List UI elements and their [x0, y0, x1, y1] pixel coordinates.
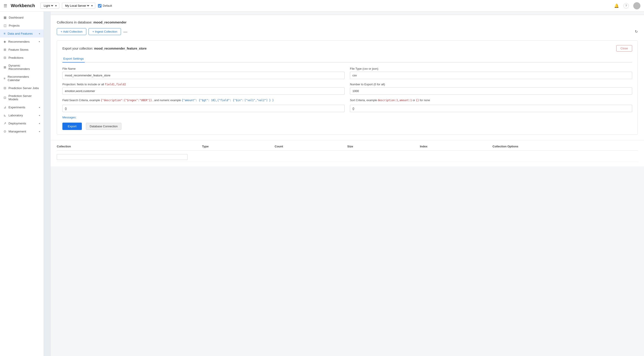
- table-cell-count: [274, 154, 347, 160]
- table-header-type: Type: [202, 145, 275, 148]
- collection-search-input[interactable]: [57, 154, 188, 160]
- app-title: Workbench: [11, 3, 35, 8]
- sort-code2: {}: [416, 99, 419, 102]
- sort-code: description:1,amount:1: [378, 99, 412, 102]
- theme-select-input[interactable]: Light: [43, 4, 54, 7]
- sidebar-label-laboratory: Laboratory: [8, 114, 23, 117]
- table-header-size: Size: [347, 145, 420, 148]
- sidebar-item-prediction-server-models[interactable]: ⊡ Prediction Server Models: [0, 92, 44, 103]
- dynamic-recommenders-icon: ⊠: [4, 65, 6, 69]
- sidebar-label-prediction-server-jobs: Prediction Server Jobs: [8, 86, 39, 90]
- table-header-options: Collection Options: [492, 145, 638, 148]
- number-export-group: Number to Export (0 for all): [350, 83, 632, 95]
- field-search-group: Field Search Criteria, example {"descrip…: [62, 98, 344, 112]
- deployments-icon: ↗: [4, 122, 6, 125]
- number-export-input[interactable]: [350, 87, 632, 95]
- file-type-group: File Type (csv or json): [350, 67, 632, 79]
- table-row: [57, 152, 638, 162]
- collections-card: Collections in database: mood_recommende…: [50, 15, 644, 140]
- dash-separator: —: [123, 30, 127, 34]
- data-features-icon: ≡: [4, 32, 5, 35]
- avatar[interactable]: [633, 2, 640, 9]
- file-name-group: File Name: [62, 67, 344, 79]
- sidebar-item-recommenders-calendar[interactable]: ≡ Recommenders Calendar: [0, 73, 44, 84]
- theme-selector[interactable]: Light ▾: [40, 3, 59, 9]
- projection-input[interactable]: [62, 87, 344, 95]
- add-collection-button[interactable]: + Add Collection: [57, 28, 86, 35]
- sidebar-label-management: Management: [8, 130, 26, 133]
- db-connection-button[interactable]: Database Connection: [86, 123, 122, 130]
- sidebar-label-prediction-server-models: Prediction Server Models: [8, 94, 40, 101]
- default-checkbox[interactable]: [98, 4, 102, 7]
- sidebar-item-recommenders[interactable]: ◈ Recommenders ▾: [0, 37, 44, 45]
- table-cell-collection[interactable]: [57, 154, 202, 160]
- action-bar: + Add Collection + Ingest Collection — ↻: [57, 28, 638, 35]
- main-content: Collections in database: mood_recommende…: [50, 12, 644, 356]
- help-icon[interactable]: ?: [624, 3, 629, 8]
- sidebar-label-experiments: Experiments: [8, 106, 25, 109]
- sidebar-item-experiments[interactable]: ⊿ Experiments ◂: [0, 103, 44, 111]
- table-section: Collection Type Count Size Index Collect…: [50, 140, 644, 166]
- sidebar: ▦ Dashboard ◫ Projects ≡ Data and Featur…: [0, 12, 44, 356]
- projection-label: Projection: fields to include or all fie…: [62, 83, 344, 86]
- close-button[interactable]: Close: [616, 45, 632, 52]
- export-settings-tab[interactable]: Export Settings: [62, 55, 85, 62]
- sidebar-item-projects[interactable]: ◫ Projects: [0, 21, 44, 29]
- topbar: ☰ Workbench Light ▾ My Local Server ▾ De…: [0, 0, 644, 12]
- theme-chevron-icon: ▾: [55, 4, 57, 7]
- sidebar-item-prediction-server-jobs[interactable]: ⊟ Prediction Server Jobs: [0, 84, 44, 92]
- field-search-code1: {"description":{"$regex":"UBER"}}: [101, 99, 152, 102]
- sidebar-item-management[interactable]: ⊙ Management ◂: [0, 127, 44, 135]
- management-chevron-icon: ◂: [39, 130, 40, 133]
- sidebar-item-deployments[interactable]: ↗ Deployments ◂: [0, 119, 44, 127]
- sidebar-label-predictions: Predictions: [8, 56, 24, 59]
- deployments-chevron-icon: ◂: [39, 122, 40, 125]
- file-name-input[interactable]: [62, 72, 344, 79]
- export-title: Export your collection: mood_recommender…: [62, 47, 147, 50]
- projection-code: field1,field2: [105, 83, 126, 86]
- ingest-collection-button[interactable]: + Ingest Collection: [88, 28, 121, 35]
- table-cell-type: [202, 154, 275, 160]
- default-label: Default: [103, 4, 112, 7]
- file-type-label: File Type (csv or json): [350, 67, 632, 70]
- export-button[interactable]: Export: [62, 123, 82, 130]
- refresh-icon[interactable]: ↻: [635, 29, 638, 34]
- projects-icon: ◫: [4, 24, 6, 27]
- sidebar-label-dynamic-recommenders: Dynamic Recommenders: [8, 64, 40, 71]
- export-tabs: Export Settings: [62, 55, 632, 62]
- projection-group: Projection: fields to include or all fie…: [62, 83, 344, 95]
- sidebar-label-dashboard: Dashboard: [9, 16, 24, 19]
- feature-stores-icon: ⊞: [4, 48, 6, 51]
- sort-criteria-label: Sort Criteria, example description:1,amo…: [350, 98, 632, 103]
- sidebar-item-feature-stores[interactable]: ⊞ Feature Stores: [0, 45, 44, 54]
- sidebar-item-dashboard[interactable]: ▦ Dashboard: [0, 13, 44, 21]
- table-header-index: Index: [420, 145, 492, 148]
- db-name: mood_recommender: [93, 20, 126, 24]
- server-chevron-icon: ▾: [91, 4, 93, 7]
- menu-icon[interactable]: ☰: [4, 3, 7, 8]
- server-selector[interactable]: My Local Server ▾: [62, 3, 95, 9]
- prediction-server-jobs-icon: ⊟: [4, 86, 6, 90]
- table-cell-options: [492, 154, 638, 160]
- server-select-input[interactable]: My Local Server: [64, 4, 90, 7]
- bell-icon[interactable]: 🔔: [614, 3, 619, 8]
- sidebar-item-predictions[interactable]: ⊟ Predictions: [0, 54, 44, 62]
- sidebar-item-laboratory[interactable]: ⊾ Laboratory ◂: [0, 111, 44, 119]
- table-header-count: Count: [274, 145, 347, 148]
- sidebar-item-data-features[interactable]: ≡ Data and Features ◂: [0, 29, 44, 37]
- sort-criteria-group: Sort Criteria, example description:1,amo…: [350, 98, 632, 112]
- default-checkbox-group: Default: [98, 4, 112, 7]
- file-type-input[interactable]: [350, 72, 632, 79]
- sort-criteria-input[interactable]: [350, 105, 632, 112]
- sidebar-item-dynamic-recommenders[interactable]: ⊠ Dynamic Recommenders: [0, 62, 44, 73]
- table-cell-size: [347, 154, 420, 160]
- field-search-input[interactable]: [62, 105, 344, 112]
- collections-header: Collections in database: mood_recommende…: [57, 20, 638, 24]
- predictions-icon: ⊟: [4, 56, 6, 59]
- table-header-collection: Collection: [57, 145, 202, 148]
- laboratory-icon: ⊾: [4, 113, 6, 117]
- messages-label: Messages:: [62, 116, 632, 119]
- field-search-code2: {"amount": {"$gt": 10},{"field": {"$in":: [182, 99, 244, 102]
- table-header: Collection Type Count Size Index Collect…: [57, 145, 638, 151]
- sidebar-label-recommenders: Recommenders: [8, 40, 30, 43]
